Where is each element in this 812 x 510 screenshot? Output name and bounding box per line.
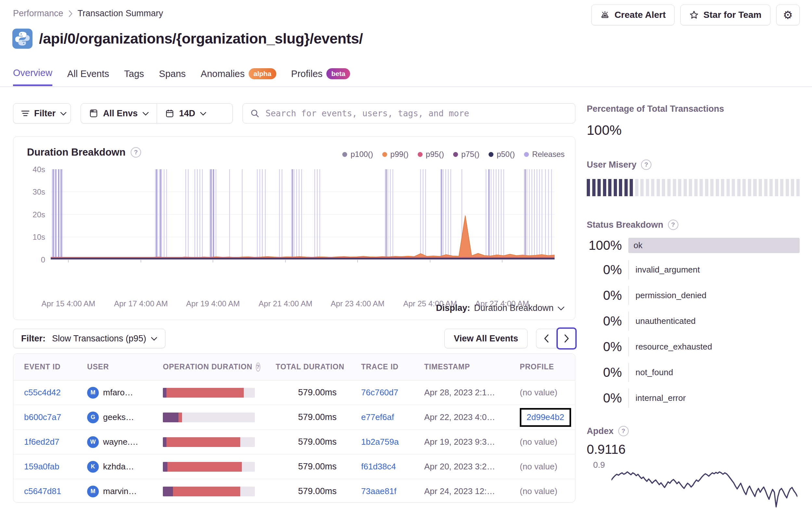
status-breakdown-label: Status Breakdown (587, 220, 663, 230)
display-label: Display: (436, 303, 470, 313)
trace-id-link[interactable]: 76c760d7 (361, 388, 398, 397)
column-header-profile[interactable]: PROFILE (507, 362, 575, 371)
date-range-dropdown[interactable]: 14D (157, 103, 214, 123)
column-header-timestamp[interactable]: TIMESTAMP (417, 362, 507, 371)
trace-id-link[interactable]: f61d38c4 (361, 461, 396, 471)
siren-icon (600, 10, 610, 20)
event-id-link[interactable]: 1f6ed2d7 (24, 437, 59, 447)
status-row-resource-exhausted: 0% resource_exhausted (587, 337, 800, 356)
legend-p50[interactable]: p50() (489, 150, 515, 159)
legend-p99[interactable]: p99() (382, 150, 409, 159)
create-alert-button[interactable]: Create Alert (591, 4, 674, 25)
star-for-team-label: Star for Team (703, 10, 761, 20)
header-actions: Create Alert Star for Team ⚙ (591, 4, 800, 25)
event-id-link[interactable]: c5647d81 (24, 486, 61, 496)
search-input[interactable] (265, 108, 568, 119)
settings-button[interactable]: ⚙ (776, 4, 800, 25)
y-axis-tick: 10s (23, 233, 45, 242)
calendar-icon (165, 109, 175, 118)
status-pct: 0% (587, 314, 622, 328)
event-id-link[interactable]: c55c4d42 (24, 388, 61, 397)
tabbar-divider (0, 86, 812, 87)
total-duration: 579.00ms (260, 437, 355, 447)
operation-duration-bar (163, 413, 255, 422)
user-name: mfaro… (103, 388, 133, 398)
legend-dot (342, 152, 347, 157)
next-page-button[interactable] (556, 327, 577, 350)
events-filter-label: Filter: (21, 334, 46, 344)
timestamp: Apr 20, 2023 3:2… (417, 461, 507, 472)
event-id-link[interactable]: b600c7a7 (24, 412, 61, 422)
legend-releases[interactable]: Releases (524, 150, 564, 159)
filter-label: Filter (34, 109, 56, 119)
legend-p75[interactable]: p75() (453, 150, 480, 159)
tab-all-events[interactable]: All Events (67, 67, 109, 86)
tab-profiles[interactable]: Profiles beta (291, 67, 350, 86)
chart-legend: p100() p99() p95() p75() p50() Releases (342, 150, 564, 159)
trace-id-link[interactable]: 1b2a759a (361, 437, 399, 447)
status-label: resource_exhausted (628, 337, 800, 356)
table-header-row: EVENT ID USER OPERATION DURATION? TOTAL … (13, 354, 575, 380)
status-pct: 0% (587, 339, 622, 354)
help-icon[interactable]: ? (256, 362, 261, 371)
table-row: c55c4d42 Mmfaro… 579.00ms 76c760d7 Apr 2… (13, 380, 575, 405)
column-header-total-duration[interactable]: TOTAL DURATION (260, 362, 355, 371)
operation-duration-bar (163, 462, 255, 472)
chevron-down-icon (60, 112, 67, 116)
view-all-events-button[interactable]: View All Events (444, 329, 528, 348)
python-project-icon (12, 29, 32, 49)
user-name: geeks… (103, 412, 134, 422)
user-avatar: W (87, 436, 99, 448)
breadcrumb-performance[interactable]: Performance (13, 8, 63, 19)
legend-dot (489, 152, 493, 157)
operation-duration-bar (163, 487, 255, 497)
display-value: Duration Breakdown (474, 303, 554, 313)
star-for-team-button[interactable]: Star for Team (680, 4, 770, 25)
duration-chart-plot[interactable] (51, 169, 555, 260)
events-toolbar: Filter: Slow Transactions (p95) View All… (13, 329, 575, 348)
table-row: 1f6ed2d7 Wwayne.… 579.00ms 1b2a759a Apr … (13, 430, 575, 454)
summary-sidebar: Percentage of Total Transactions 100% Us… (587, 104, 800, 510)
filter-dropdown[interactable]: Filter (13, 103, 71, 123)
y-axis-tick: 40s (23, 165, 45, 174)
star-icon (689, 10, 699, 20)
trace-id-link[interactable]: 73aae81f (361, 486, 396, 496)
help-icon[interactable]: ? (131, 147, 141, 157)
previous-page-button[interactable] (536, 329, 556, 348)
help-icon[interactable]: ? (618, 426, 629, 436)
status-label: internal_error (628, 389, 800, 408)
total-duration: 579.00ms (260, 486, 355, 497)
status-label: invalid_argument (628, 260, 800, 279)
column-header-user[interactable]: USER (81, 362, 161, 371)
profile-link[interactable]: 2d99e4b2 (527, 412, 564, 422)
column-header-trace-id[interactable]: TRACE ID (355, 362, 417, 371)
search-bar[interactable] (242, 103, 575, 123)
help-icon[interactable]: ? (668, 219, 678, 230)
slow-transactions-filter[interactable]: Filter: Slow Transactions (p95) (13, 329, 166, 348)
display-dropdown[interactable]: Display: Duration Breakdown (436, 303, 564, 313)
column-header-event-id[interactable]: EVENT ID (13, 362, 81, 371)
x-axis-tick: Apr 15 4:00 AM (41, 299, 95, 308)
legend-p100[interactable]: p100() (342, 150, 373, 159)
timestamp: Apr 28, 2023 2:1… (417, 388, 507, 398)
trace-id-link[interactable]: e77ef6af (361, 412, 394, 422)
tab-anomalies[interactable]: Anomalies alpha (201, 67, 276, 86)
x-axis-tick: Apr 21 4:00 AM (259, 299, 312, 308)
tab-spans[interactable]: Spans (159, 67, 185, 86)
tab-tags[interactable]: Tags (124, 67, 144, 86)
legend-p95[interactable]: p95() (418, 150, 444, 159)
x-axis-tick: Apr 23 4:00 AM (330, 299, 384, 308)
status-breakdown-section: Status Breakdown ? 100% ok 0% invalid_ar… (587, 219, 800, 408)
column-header-operation-duration[interactable]: OPERATION DURATION? (161, 362, 260, 371)
pagination (536, 329, 575, 348)
status-pct: 100% (587, 238, 622, 253)
user-avatar: M (87, 486, 99, 497)
environment-dropdown[interactable]: All Envs (81, 103, 157, 123)
create-alert-label: Create Alert (614, 10, 666, 20)
help-icon[interactable]: ? (641, 159, 651, 170)
event-id-link[interactable]: 159a0fab (24, 461, 59, 471)
filter-row: Filter All Envs 14D (13, 103, 575, 123)
user-name: kzhda… (103, 461, 134, 472)
table-row: b600c7a7 Ggeeks… 579.00ms e77ef6af Apr 2… (13, 405, 575, 430)
tab-overview[interactable]: Overview (13, 67, 52, 86)
